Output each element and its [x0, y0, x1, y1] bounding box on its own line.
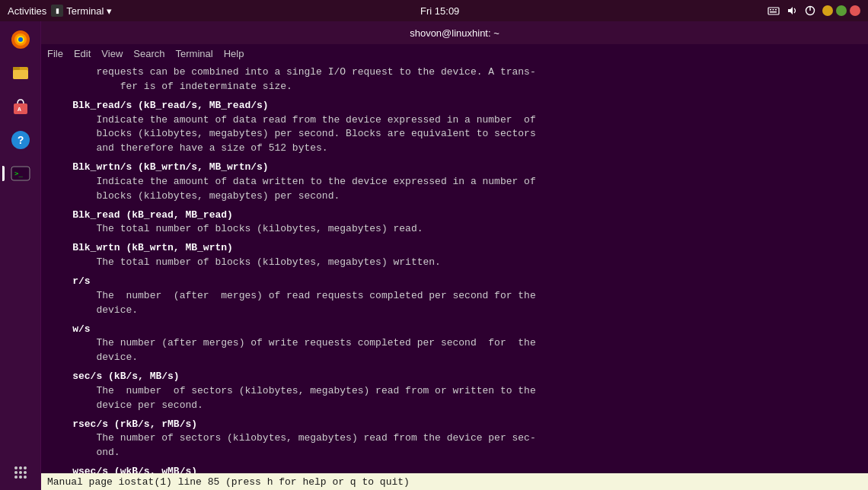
terminal-line: device. — [49, 304, 860, 318]
terminal-content[interactable]: requests can be combined into a single I… — [41, 62, 868, 473]
sidebar-icon-firefox[interactable] — [5, 24, 36, 55]
terminal-line: The number of sectors (kilobytes, megaby… — [49, 431, 860, 446]
svg-text:>_: >_ — [14, 170, 23, 177]
svg-point-11 — [18, 37, 23, 42]
terminal-line: r/s — [49, 275, 860, 289]
terminal-line: device. — [49, 351, 860, 365]
maximize-button[interactable] — [836, 5, 847, 16]
terminal-line: wsec/s (wkB/s, wMB/s) — [49, 465, 860, 473]
svg-text:?: ? — [18, 135, 24, 147]
terminal-line: w/s — [49, 323, 860, 337]
terminal-line: The total number of blocks (kilobytes, m… — [49, 256, 860, 270]
close-button[interactable] — [850, 5, 860, 16]
keyboard-icon — [767, 5, 780, 17]
terminal-indicator[interactable]: ▮ Terminal ▾ — [51, 5, 112, 17]
terminal-line: Blk_wrtn (kB_wrtn, MB_wrtn) — [49, 241, 860, 256]
volume-icon — [786, 5, 798, 17]
svg-point-23 — [19, 466, 22, 469]
terminal-line: Indicate the amount of data read from th… — [49, 113, 860, 128]
terminal-line: Blk_wrtn/s (kB_wrtn/s, MB_wrtn/s) — [49, 161, 860, 175]
menu-help[interactable]: Help — [224, 48, 244, 59]
terminal-line: blocks (kilobytes, megabytes) per second… — [49, 189, 860, 204]
system-bar: Activities ▮ Terminal ▾ Fri 15:09 — [0, 0, 868, 21]
svg-marker-5 — [788, 7, 793, 14]
svg-point-26 — [19, 471, 22, 474]
menu-file[interactable]: File — [47, 48, 63, 59]
svg-rect-2 — [772, 9, 774, 11]
sidebar-icon-help[interactable]: ? — [5, 125, 36, 155]
terminal-titlebar: shovon@linuxhint: ~ — [41, 21, 868, 44]
svg-point-24 — [24, 466, 27, 469]
sidebar-icon-terminal[interactable]: >_ — [5, 158, 36, 189]
terminal-line: requests can be combined into a single I… — [49, 65, 860, 80]
main-layout: A ? >_ — [0, 21, 868, 490]
svg-rect-3 — [775, 9, 777, 11]
terminal-line: Indicate the amount of data written to t… — [49, 175, 860, 189]
terminal-line: The number (after merges) of read reques… — [49, 289, 860, 304]
terminal-line: sec/s (kB/s, MB/s) — [49, 370, 860, 384]
system-bar-right — [767, 5, 860, 17]
terminal-line: device per second. — [49, 399, 860, 413]
system-bar-left: Activities ▮ Terminal ▾ — [8, 5, 112, 17]
menu-view[interactable]: View — [101, 48, 123, 59]
terminal-dropdown-arrow[interactable]: ▾ — [107, 5, 112, 17]
system-bar-datetime: Fri 15:09 — [420, 5, 459, 17]
terminal-window: shovon@linuxhint: ~ File Edit View Searc… — [41, 21, 868, 490]
svg-point-30 — [24, 476, 27, 479]
svg-point-28 — [14, 476, 18, 479]
menu-edit[interactable]: Edit — [74, 48, 91, 59]
svg-text:A: A — [18, 106, 21, 113]
terminal-line: The number of sectors (kilobytes, megaby… — [49, 384, 860, 399]
sidebar-icon-files[interactable] — [5, 58, 36, 88]
svg-point-27 — [24, 471, 27, 474]
activities-label[interactable]: Activities — [8, 5, 46, 17]
svg-point-29 — [19, 476, 22, 479]
terminal-indicator-label: Terminal — [66, 5, 104, 17]
terminal-small-icon: ▮ — [51, 5, 63, 17]
terminal-line: fer is of indeterminate size. — [49, 80, 860, 94]
svg-rect-13 — [13, 70, 28, 79]
menu-search[interactable]: Search — [133, 48, 164, 59]
svg-rect-4 — [770, 11, 777, 13]
sidebar-apps-grid[interactable] — [10, 460, 31, 485]
status-text: Manual page iostat(1) line 85 (press h f… — [47, 476, 410, 488]
sidebar: A ? >_ — [0, 21, 41, 490]
power-icon — [804, 5, 816, 17]
terminal-line: The number (after merges) of write reque… — [49, 336, 860, 351]
terminal-line: rsec/s (rkB/s, rMB/s) — [49, 418, 860, 432]
svg-rect-14 — [13, 67, 20, 70]
terminal-line: The total number of blocks (kilobytes, m… — [49, 222, 860, 237]
window-controls — [822, 5, 860, 16]
terminal-line: blocks (kilobytes, megabytes) per second… — [49, 127, 860, 142]
terminal-line: Blk_read (kB_read, MB_read) — [49, 208, 860, 223]
sidebar-icon-ubuntu-software[interactable]: A — [5, 91, 36, 122]
svg-point-22 — [14, 466, 18, 469]
svg-rect-1 — [770, 9, 771, 11]
status-bar: Manual page iostat(1) line 85 (press h f… — [41, 473, 868, 490]
svg-point-25 — [14, 471, 18, 474]
svg-rect-0 — [768, 8, 779, 14]
menu-terminal[interactable]: Terminal — [176, 48, 213, 59]
terminal-title: shovon@linuxhint: ~ — [410, 27, 499, 39]
terminal-line: Blk_read/s (kB_read/s, MB_read/s) — [49, 99, 860, 113]
terminal-menubar: File Edit View Search Terminal Help — [41, 44, 868, 62]
terminal-line: and therefore have a size of 512 bytes. — [49, 142, 860, 156]
minimize-button[interactable] — [822, 5, 833, 16]
terminal-line: ond. — [49, 446, 860, 460]
